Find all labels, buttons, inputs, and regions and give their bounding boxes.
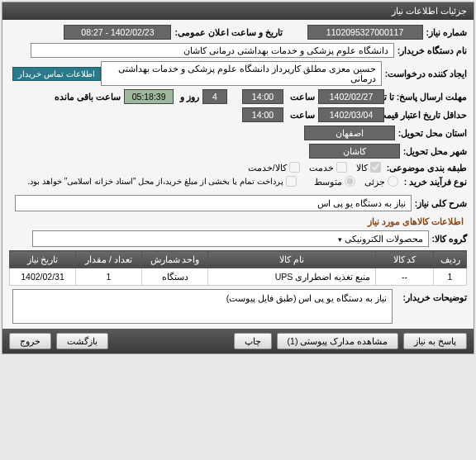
- back-button[interactable]: بازگشت: [56, 333, 108, 349]
- td-code: --: [376, 268, 434, 286]
- respond-button[interactable]: پاسخ به نیاز: [403, 333, 467, 349]
- hour-label-2: ساعت: [287, 110, 315, 120]
- th-row: ردیف: [434, 251, 467, 268]
- payment-note-checkbox: [286, 176, 297, 187]
- goods-info-title: اطلاعات کالاهای مورد نیاز: [12, 216, 464, 227]
- remaining-suffix: ساعت باقی مانده: [51, 92, 121, 102]
- type-medium-label: متوسط: [314, 177, 342, 187]
- buyer-org-label: نام دستگاه خریدار:: [394, 45, 467, 55]
- validity-time: 14:00: [242, 107, 283, 122]
- province-value: اصفهان: [304, 126, 395, 140]
- panel-title: جزئیات اطلاعات نیاز: [2, 2, 474, 20]
- contact-buyer-button[interactable]: اطلاعات تماس خریدار: [12, 67, 101, 81]
- goods-table: ردیف کد کالا نام کالا واحد شمارش تعداد /…: [9, 250, 467, 286]
- goods-group-label: گروه کالا:: [429, 234, 467, 244]
- days-and-label: روز و: [177, 92, 199, 102]
- table-row[interactable]: 1 -- منبع تغذیه اضطراری UPS دستگاه 1 140…: [10, 268, 467, 286]
- buyer-org-value: دانشگاه علوم پزشکی و خدمات بهداشتی درمان…: [31, 43, 394, 58]
- announce-datetime-value: 1402/02/23 - 08:27: [64, 25, 171, 40]
- th-date: تاریخ نیاز: [10, 251, 76, 268]
- td-date: 1402/02/31: [10, 268, 76, 286]
- buyer-notes-label: توضیحات خریدار:: [393, 289, 467, 302]
- type-minor-radio: [388, 176, 398, 187]
- th-unit: واحد شمارش: [142, 251, 208, 268]
- time-remaining: 05:18:39: [124, 89, 174, 104]
- requester-value: حسین معزی مطلق کارپرداز دانشگاه علوم پزش…: [101, 61, 382, 86]
- buyer-notes-value: نیاز به دستگاه یو پی اس (طبق فایل پیوست): [12, 289, 393, 324]
- attachments-button[interactable]: مشاهده مدارک پیوستی (1): [277, 333, 399, 349]
- cat-service-label: خدمت: [309, 163, 334, 173]
- cat-goods-service-checkbox: [289, 162, 300, 173]
- print-button[interactable]: چاپ: [234, 333, 272, 349]
- deadline-date: 1402/02/27: [318, 89, 384, 104]
- cat-goods-label: کالا: [356, 163, 368, 173]
- exit-button[interactable]: خروج: [9, 333, 51, 349]
- cat-goods-service-label: کالا/خدمت: [248, 163, 287, 173]
- th-qty: تعداد / مقدار: [76, 251, 142, 268]
- validity-label: حداقل تاریخ اعتبار قیمت: تا تاریخ:: [384, 110, 467, 120]
- td-unit: دستگاه: [142, 268, 208, 286]
- deadline-label: مهلت ارسال پاسخ: تا تاریخ:: [384, 92, 467, 102]
- announce-datetime-label: تاریخ و ساعت اعلان عمومی:: [171, 27, 282, 37]
- td-row: 1: [434, 268, 467, 286]
- province-label: استان محل تحویل:: [395, 128, 467, 138]
- cat-service-checkbox: [336, 162, 347, 173]
- td-qty: 1: [76, 268, 142, 286]
- summary-label: شرح کلی نیاز:: [412, 198, 467, 208]
- goods-group-select[interactable]: محصولات الکترونیکی: [32, 230, 429, 247]
- city-label: شهر محل تحویل:: [400, 146, 467, 156]
- requester-label: ایجاد کننده درخواست:: [382, 69, 467, 78]
- city-value: کاشان: [309, 144, 400, 159]
- button-bar: پاسخ به نیاز مشاهده مدارک پیوستی (1) چاپ…: [2, 329, 474, 353]
- payment-note-label: پرداخت تمام یا بخشی از مبلغ خرید،از محل …: [28, 177, 283, 186]
- purchase-type-label: نوع فرآیند خرید :: [401, 177, 467, 187]
- hour-label-1: ساعت: [287, 92, 315, 102]
- days-remaining: 4: [202, 89, 227, 104]
- need-number-value: 1102095327000117: [307, 25, 423, 40]
- deadline-time: 14:00: [242, 89, 283, 104]
- category-label: طبقه بندی موضوعی:: [383, 163, 467, 173]
- need-number-label: شماره نیاز:: [423, 27, 467, 37]
- validity-date: 1402/03/04: [318, 107, 384, 122]
- th-name: نام کالا: [208, 251, 376, 268]
- th-code: کد کالا: [376, 251, 434, 268]
- type-minor-label: جزئی: [364, 177, 385, 187]
- cat-goods-checkbox: [370, 162, 381, 173]
- summary-value: نیاز به دستگاه یو پی اس: [15, 195, 412, 211]
- type-medium-radio: [345, 176, 355, 187]
- td-name: منبع تغذیه اضطراری UPS: [208, 268, 376, 286]
